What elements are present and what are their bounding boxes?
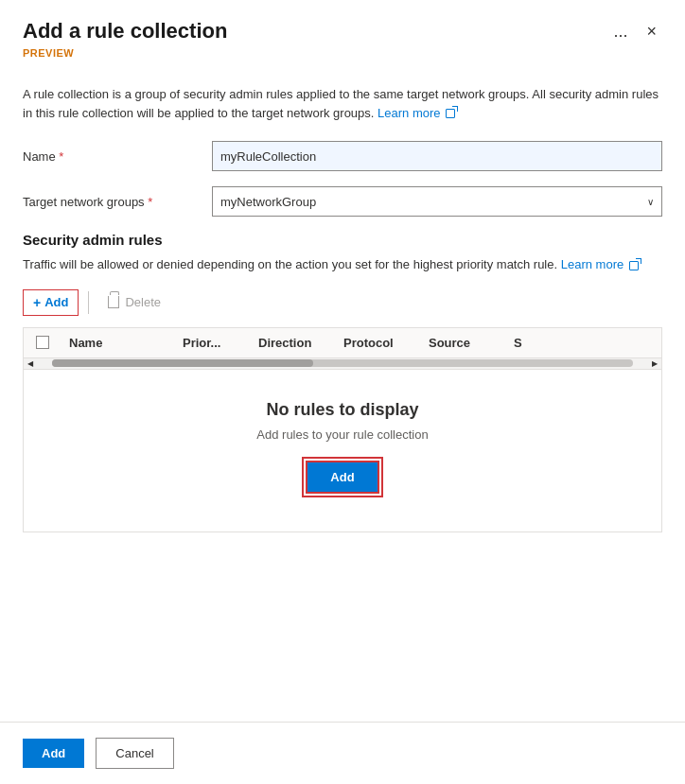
target-required-star: * — [148, 195, 152, 209]
scrollbar-thumb — [52, 359, 313, 367]
panel-footer: Add Cancel — [0, 722, 685, 784]
spacer — [0, 627, 685, 722]
target-form-row: Target network groups * myNetworkGroup ∨ — [23, 186, 662, 217]
panel-title: Add a rule collection — [23, 19, 227, 44]
empty-state-title: No rules to display — [24, 400, 661, 420]
panel-body: A rule collection is a group of security… — [0, 85, 685, 627]
close-button[interactable]: × — [641, 21, 662, 42]
target-label: Target network groups * — [23, 195, 212, 209]
title-actions: ... × — [607, 20, 662, 44]
security-section-title: Security admin rules — [23, 232, 662, 248]
delete-button-label: Delete — [125, 295, 161, 309]
name-label: Name * — [23, 149, 212, 164]
empty-state: No rules to display Add rules to your ru… — [24, 370, 661, 531]
name-required-star: * — [59, 149, 63, 164]
rules-table: Name Prior... Direction Protocol Source … — [23, 327, 662, 532]
delete-button[interactable]: Delete — [98, 290, 170, 314]
learn-more-link-2[interactable]: Learn more — [561, 257, 624, 271]
empty-state-description: Add rules to your rule collection — [24, 427, 661, 442]
target-dropdown-value: myNetworkGroup — [220, 195, 316, 209]
external-link-icon-2 — [629, 261, 639, 270]
title-row: Add a rule collection ... × — [23, 19, 662, 44]
add-button-label: Add — [44, 295, 68, 309]
th-source: Source — [421, 336, 506, 350]
dropdown-arrow-icon: ∨ — [647, 197, 654, 207]
description-content: A rule collection is a group of security… — [23, 87, 659, 120]
th-direction: Direction — [251, 336, 336, 350]
scrollbar-track — [52, 359, 633, 367]
target-dropdown[interactable]: myNetworkGroup ∨ — [212, 186, 662, 217]
toolbar: + Add Delete — [23, 289, 662, 316]
scroll-right-icon[interactable]: ▶ — [648, 359, 661, 368]
name-input[interactable] — [212, 141, 662, 171]
th-extra: S — [506, 336, 582, 350]
learn-more-link-1[interactable]: Learn more — [378, 106, 440, 120]
security-section-desc: Traffic will be allowed or denied depend… — [23, 255, 662, 274]
add-rule-button[interactable]: + Add — [23, 289, 79, 316]
horizontal-scrollbar[interactable]: ◀ ▶ — [24, 358, 661, 370]
name-form-row: Name * — [23, 141, 662, 171]
trash-icon — [108, 296, 119, 308]
plus-icon: + — [33, 295, 41, 310]
add-rule-collection-panel: Add a rule collection ... × PREVIEW A ru… — [0, 0, 685, 784]
preview-badge: PREVIEW — [23, 47, 662, 59]
footer-cancel-button[interactable]: Cancel — [96, 738, 173, 769]
th-priority: Prior... — [175, 336, 251, 350]
table-header: Name Prior... Direction Protocol Source … — [24, 328, 661, 358]
ellipsis-button[interactable]: ... — [607, 20, 633, 44]
description-text: A rule collection is a group of security… — [23, 85, 662, 122]
toolbar-divider — [88, 291, 89, 314]
th-checkbox — [24, 336, 61, 349]
scroll-left-icon[interactable]: ◀ — [24, 359, 37, 368]
external-link-icon-1 — [446, 109, 455, 118]
th-protocol: Protocol — [336, 336, 421, 350]
footer-add-button[interactable]: Add — [23, 739, 84, 768]
header-checkbox[interactable] — [36, 336, 49, 349]
panel-header: Add a rule collection ... × PREVIEW — [0, 0, 685, 85]
th-name: Name — [61, 336, 175, 350]
empty-state-add-button[interactable]: Add — [306, 461, 378, 494]
